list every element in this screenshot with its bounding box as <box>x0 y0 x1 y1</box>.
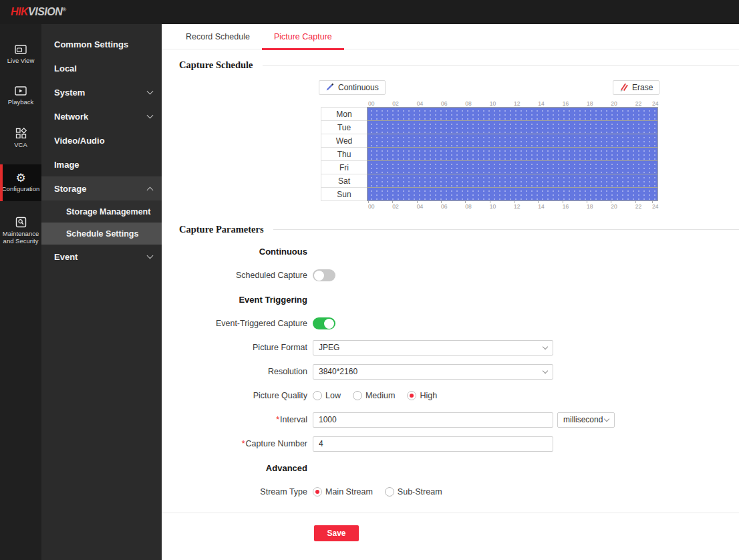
picture-format-select[interactable]: JPEG <box>313 340 553 356</box>
picture-quality-row: Picture Quality Low Medium High <box>162 384 739 408</box>
radio-high[interactable]: High <box>407 391 437 400</box>
day-label: Wed <box>321 134 367 148</box>
day-label: Tue <box>321 120 367 134</box>
erase-button[interactable]: Erase <box>613 80 659 95</box>
time-tick: 08 <box>465 100 471 107</box>
time-tick: 10 <box>490 100 496 107</box>
interval-input[interactable] <box>313 412 553 428</box>
sidebar-item-label: Storage <box>54 184 148 194</box>
main-content: Record Schedule Picture Capture Capture … <box>162 24 739 560</box>
interval-unit-select[interactable]: millisecond <box>557 412 615 428</box>
time-tick: 08 <box>465 203 471 210</box>
radio-main-stream[interactable]: Main Stream <box>313 487 373 497</box>
time-tick: 02 <box>392 100 398 107</box>
scheduled-capture-toggle[interactable] <box>313 269 335 281</box>
sidebar-item-network[interactable]: Network <box>41 104 162 128</box>
logo-hik: HIK <box>11 6 28 17</box>
continuous-heading: Continuous <box>162 247 313 257</box>
sidebar-item-video-audio[interactable]: Video/Audio <box>41 128 162 152</box>
eraser-icon <box>619 82 629 94</box>
day-label: Mon <box>321 107 367 121</box>
logo-registered-mark: ® <box>62 7 65 13</box>
schedule-bar-wed[interactable] <box>367 134 658 148</box>
nav-live-view-label: Live View <box>7 57 35 65</box>
time-tick: 24 <box>652 100 658 107</box>
schedule-grid: 00 02 04 06 08 10 12 14 16 18 20 22 24 M… <box>321 100 660 209</box>
live-view-icon <box>15 45 27 55</box>
time-tick: 16 <box>563 100 569 107</box>
event-triggered-capture-toggle[interactable] <box>313 317 335 329</box>
scheduled-capture-label: Scheduled Capture <box>162 271 313 280</box>
time-tick: 14 <box>538 203 544 210</box>
sidebar-item-image[interactable]: Image <box>41 152 162 176</box>
sidebar-item-label: Common Settings <box>54 39 152 49</box>
sidebar-item-schedule-settings[interactable]: Schedule Settings <box>41 223 162 245</box>
radio-icon <box>407 391 416 400</box>
interval-label: *Interval <box>162 415 313 424</box>
sidebar-item-local[interactable]: Local <box>41 56 162 80</box>
capture-number-label-text: Capture Number <box>246 439 307 448</box>
schedule-bar-thu[interactable] <box>367 147 658 161</box>
schedule-row-tue: Tue <box>321 120 660 134</box>
resolution-row: Resolution 3840*2160 <box>162 360 739 384</box>
picture-quality-label: Picture Quality <box>162 391 313 400</box>
day-label: Thu <box>321 147 367 161</box>
chevron-down-icon <box>147 253 154 259</box>
radio-low[interactable]: Low <box>313 391 341 400</box>
schedule-bar-tue[interactable] <box>367 120 658 134</box>
sidebar-item-label: Video/Audio <box>54 136 152 146</box>
schedule-bar-mon[interactable] <box>367 107 658 121</box>
sidebar-item-system[interactable]: System <box>41 80 162 104</box>
chevron-up-icon <box>147 186 154 193</box>
picture-format-row: Picture Format JPEG <box>162 335 739 360</box>
scheduled-capture-row: Scheduled Capture <box>162 263 739 287</box>
time-tick: 22 <box>635 203 641 210</box>
radio-label: Medium <box>365 391 395 400</box>
continuous-draw-button[interactable]: Continuous <box>319 80 386 95</box>
tab-picture-capture[interactable]: Picture Capture <box>262 24 344 49</box>
sidebar-item-label: Image <box>54 160 152 170</box>
advanced-heading-row: Advanced <box>162 456 739 480</box>
time-tick: 24 <box>652 203 658 210</box>
radio-medium[interactable]: Medium <box>353 391 395 400</box>
picture-format-label: Picture Format <box>162 343 313 352</box>
sidebar-item-common-settings[interactable]: Common Settings <box>41 32 162 56</box>
tab-record-schedule[interactable]: Record Schedule <box>174 24 262 49</box>
schedule-row-mon: Mon <box>321 107 660 121</box>
event-triggered-capture-label: Event-Triggered Capture <box>162 319 313 328</box>
maintenance-icon <box>15 217 27 228</box>
capture-schedule-section-header: Capture Schedule <box>179 59 739 71</box>
schedule-bar-sat[interactable] <box>367 174 658 188</box>
nav-configuration[interactable]: ⚙ Configuration <box>0 164 41 201</box>
nav-playback[interactable]: Playback <box>0 80 41 112</box>
capture-number-input[interactable] <box>313 436 553 452</box>
playback-icon <box>15 86 27 96</box>
continuous-heading-row: Continuous <box>162 239 739 263</box>
chevron-down-icon <box>147 112 154 119</box>
capture-number-label: *Capture Number <box>162 439 313 448</box>
schedule-bar-sun[interactable] <box>367 187 658 201</box>
schedule-row-sat: Sat <box>321 174 660 188</box>
radio-icon <box>313 487 322 497</box>
resolution-select[interactable]: 3840*2160 <box>313 364 553 380</box>
sidebar-item-event[interactable]: Event <box>41 245 162 269</box>
vca-icon <box>15 128 27 139</box>
sidebar-item-storage[interactable]: Storage <box>41 176 162 200</box>
day-label: Fri <box>321 160 367 174</box>
save-row: Save <box>162 513 739 541</box>
radio-sub-stream[interactable]: Sub-Stream <box>385 487 442 497</box>
schedule-bar-fri[interactable] <box>367 160 658 174</box>
interval-row: *Interval millisecond <box>162 408 739 432</box>
sidebar-item-label: Local <box>54 63 152 74</box>
time-tick: 14 <box>538 100 544 107</box>
stream-type-label: Stream Type <box>162 487 313 497</box>
save-button[interactable]: Save <box>314 525 359 541</box>
nav-vca[interactable]: VCA <box>0 122 41 155</box>
radio-icon <box>385 487 394 497</box>
nav-maintenance[interactable]: Maintenance and Security <box>0 211 41 252</box>
sidebar-item-storage-management[interactable]: Storage Management <box>41 200 162 223</box>
advanced-heading: Advanced <box>162 463 313 473</box>
nav-live-view[interactable]: Live View <box>0 39 41 71</box>
continuous-button-label: Continuous <box>338 83 379 92</box>
chevron-down-icon <box>147 88 154 95</box>
